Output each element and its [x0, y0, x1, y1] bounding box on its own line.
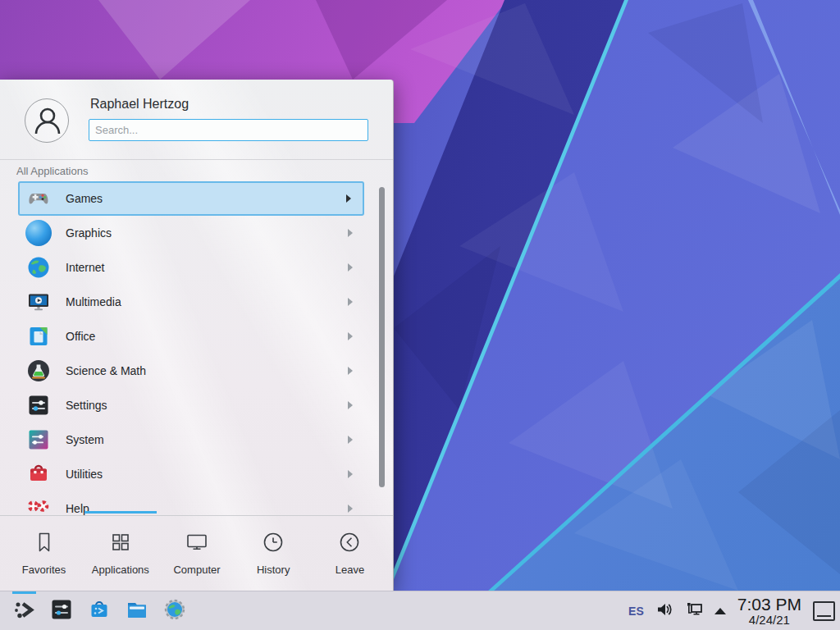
scrollbar[interactable]: [379, 187, 385, 487]
submenu-arrow-icon: [348, 229, 353, 237]
globe-icon: [163, 598, 186, 624]
digital-clock[interactable]: 7:03 PM 4/24/21: [737, 596, 801, 626]
category-internet[interactable]: Internet: [18, 250, 364, 285]
category-graphics[interactable]: Graphics: [18, 216, 364, 250]
help-icon: [25, 495, 52, 515]
system-settings-button[interactable]: [43, 591, 80, 630]
application-launcher-button[interactable]: [5, 591, 43, 630]
active-tab-indicator: [84, 511, 157, 514]
show-desktop-button[interactable]: [813, 601, 835, 621]
category-help[interactable]: Help: [18, 491, 364, 515]
system-tray: ES 7:03 PM 4/24/21: [628, 591, 835, 630]
tab-favorites[interactable]: Favorites: [6, 516, 82, 589]
category-science-math[interactable]: Science & Math: [18, 354, 364, 388]
computer-icon: [185, 530, 209, 558]
submenu-arrow-icon: [348, 367, 353, 375]
volume-icon[interactable]: [655, 601, 673, 621]
science-icon: [25, 358, 52, 384]
submenu-arrow-icon: [348, 298, 353, 306]
submenu-arrow-icon: [348, 263, 353, 272]
expand-tray-icon[interactable]: [714, 608, 726, 614]
search-input[interactable]: [89, 119, 368, 141]
keyboard-layout-indicator[interactable]: ES: [628, 605, 644, 618]
discover-icon: [88, 598, 111, 624]
category-office[interactable]: Office: [18, 319, 364, 354]
network-icon[interactable]: [685, 601, 703, 621]
launcher-tabbar: Favorites Applications C: [6, 516, 388, 589]
category-list: Games Graphics: [0, 181, 393, 515]
category-multimedia[interactable]: Multimedia: [18, 285, 364, 319]
active-app-indicator: [12, 591, 36, 594]
submenu-arrow-icon: [348, 436, 353, 444]
application-launcher-menu: Raphael Hertzog All Applications: [0, 80, 394, 591]
kde-launcher-icon: [12, 598, 35, 624]
clock-date: 4/24/21: [737, 614, 801, 627]
history-icon: [261, 530, 285, 558]
applications-icon: [108, 530, 133, 558]
discover-button[interactable]: [80, 591, 118, 630]
user-name: Raphael Hertzog: [90, 97, 189, 112]
system-icon: [25, 427, 52, 453]
internet-icon: [25, 254, 52, 281]
tab-history[interactable]: History: [235, 516, 312, 589]
tab-leave[interactable]: Leave: [312, 516, 388, 589]
graphics-icon: [25, 220, 52, 246]
web-browser-button[interactable]: [156, 591, 194, 630]
games-icon: [25, 185, 52, 212]
office-icon: [25, 323, 52, 349]
section-label: All Applications: [16, 165, 88, 177]
taskbar-launchers: [5, 591, 194, 630]
category-games[interactable]: Games: [18, 181, 364, 216]
category-utilities[interactable]: Utilities: [18, 457, 364, 491]
launcher-header: Raphael Hertzog: [0, 80, 393, 159]
file-manager-button[interactable]: [118, 591, 156, 630]
submenu-arrow-icon: [348, 470, 353, 478]
system-settings-icon: [50, 598, 73, 624]
leave-icon: [337, 530, 362, 558]
utilities-icon: [25, 461, 52, 487]
tab-computer[interactable]: Computer: [158, 516, 235, 589]
submenu-arrow-icon: [348, 504, 353, 513]
favorites-icon: [32, 530, 57, 558]
submenu-arrow-icon: [348, 332, 353, 340]
clock-time: 7:03 PM: [737, 596, 801, 614]
settings-icon: [25, 392, 52, 418]
folder-icon: [126, 598, 148, 624]
user-avatar[interactable]: [25, 98, 69, 143]
taskbar: ES 7:03 PM 4/24/21: [0, 591, 840, 630]
tab-applications[interactable]: Applications: [82, 516, 158, 589]
desktop: Raphael Hertzog All Applications: [0, 0, 840, 630]
category-settings[interactable]: Settings: [18, 388, 364, 422]
submenu-arrow-icon: [348, 401, 353, 409]
multimedia-icon: [25, 289, 52, 315]
submenu-arrow-icon: [346, 194, 351, 203]
category-system[interactable]: System: [18, 422, 364, 457]
